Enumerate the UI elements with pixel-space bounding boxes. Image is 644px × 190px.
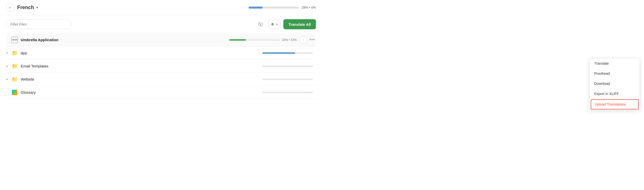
row-progress-blue	[264, 52, 295, 54]
row-progress-track	[262, 52, 313, 54]
file-name: Umbrella Application	[21, 38, 58, 42]
json-icon: JSON	[11, 37, 18, 43]
row-pct: 33% • 33%	[282, 38, 297, 42]
header-progress-track	[249, 7, 299, 9]
folder-icon-wrap: 📁	[11, 50, 18, 57]
page-title: French	[17, 5, 34, 10]
empty-bar	[262, 79, 313, 80]
sort-button[interactable]: ▼	[268, 20, 280, 29]
title-dropdown-icon[interactable]: ▼	[36, 6, 39, 9]
glossary-icon-wrap	[11, 89, 18, 96]
folder-icon-wrap: 📁	[11, 63, 18, 70]
row-progress-track	[229, 39, 280, 41]
table-row: ► 📁 Email Templates	[6, 60, 316, 73]
upload-icon: ↑	[303, 38, 304, 42]
file-name: Email Templates	[21, 64, 48, 68]
file-name: app	[21, 51, 27, 55]
toolbar: ▼ Translate All	[0, 15, 322, 33]
expand-icon[interactable]: ►	[6, 65, 11, 67]
table-row: ► 📁 Website	[6, 73, 316, 86]
sort-icon	[270, 22, 275, 26]
translate-all-button[interactable]: Translate All	[283, 19, 316, 29]
empty-bar	[262, 92, 313, 93]
header-progress-fill	[249, 7, 263, 9]
header-progress: 28% • 0%	[249, 6, 316, 9]
back-button[interactable]: ←	[6, 4, 14, 12]
sort-chevron-icon: ▼	[276, 23, 278, 26]
expand-icon[interactable]: ►	[6, 52, 11, 54]
back-icon: ←	[8, 6, 12, 10]
folder-icon-wrap: 📁	[11, 76, 18, 83]
folder-icon: 📁	[12, 50, 18, 56]
header-progress-label: 28% • 0%	[302, 6, 316, 9]
eye-off-button[interactable]	[256, 20, 265, 29]
filter-input[interactable]	[6, 19, 72, 29]
row-progress	[262, 52, 313, 54]
row-progress	[262, 65, 313, 67]
file-name: Website	[21, 77, 34, 81]
folder-icon: 📁	[12, 76, 18, 82]
json-file-icon: JSON	[11, 36, 18, 43]
folder-icon: 📁	[12, 63, 18, 69]
row-progress-green	[229, 39, 246, 41]
more-options-button[interactable]: •••	[308, 37, 316, 42]
file-list: JSON Umbrella Application 33% • 33% ↑ ••…	[0, 33, 322, 99]
upload-row-button[interactable]: ↑	[300, 36, 307, 43]
file-name: Glossary	[21, 90, 36, 94]
table-row: ► 📁 app	[6, 46, 316, 60]
eye-off-icon	[258, 22, 263, 27]
empty-bar	[262, 65, 313, 67]
row-progress	[262, 79, 313, 80]
expand-icon[interactable]: ►	[6, 78, 11, 81]
glossary-icon	[12, 90, 17, 95]
row-progress: 33% • 33%	[229, 38, 297, 42]
table-row: JSON Umbrella Application 33% • 33% ↑ ••…	[6, 33, 316, 46]
header: ← French ▼ 28% • 0%	[0, 0, 322, 15]
row-progress	[262, 92, 313, 93]
table-row: Glossary	[6, 86, 316, 99]
